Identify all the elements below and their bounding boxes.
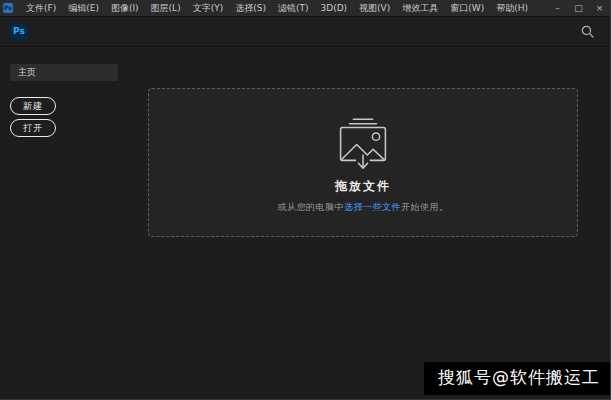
- drop-files-zone[interactable]: 拖放文件 或从您的电脑中选择一些文件开始使用。: [148, 88, 578, 237]
- watermark-text: 搜狐号@软件搬运工: [424, 362, 610, 395]
- menu-filter[interactable]: 滤镜(T): [272, 0, 315, 16]
- menu-select[interactable]: 选择(S): [229, 0, 272, 16]
- new-file-button[interactable]: 新建: [10, 97, 56, 115]
- menu-plugins[interactable]: 增效工具: [396, 0, 444, 16]
- menu-layer[interactable]: 图层(L): [145, 0, 187, 16]
- select-files-link[interactable]: 选择一些文件: [344, 202, 401, 212]
- dropzone-title: 拖放文件: [335, 178, 391, 195]
- search-button[interactable]: [581, 25, 594, 38]
- dropzone-subtitle: 或从您的电脑中选择一些文件开始使用。: [278, 201, 449, 214]
- photoshop-window: Ps 文件(F) 编辑(E) 图像(I) 图层(L) 文字(Y) 选择(S) 滤…: [0, 0, 611, 400]
- minimize-button[interactable]: –: [547, 0, 568, 16]
- menu-image[interactable]: 图像(I): [105, 0, 145, 16]
- menu-edit[interactable]: 编辑(E): [62, 0, 105, 16]
- maximize-button[interactable]: □: [568, 0, 589, 16]
- menu-file[interactable]: 文件(F): [20, 0, 62, 16]
- menu-type[interactable]: 文字(Y): [187, 0, 230, 16]
- subtitle-prefix: 或从您的电脑中: [278, 202, 345, 212]
- close-button[interactable]: ×: [589, 0, 610, 16]
- window-controls: – □ ×: [547, 0, 610, 16]
- open-file-button[interactable]: 打开: [10, 119, 56, 137]
- subtitle-suffix: 开始使用。: [401, 202, 449, 212]
- app-bar: Ps: [0, 17, 610, 47]
- menu-view[interactable]: 视图(V): [353, 0, 396, 16]
- photoshop-logo: Ps: [10, 24, 28, 40]
- image-stack-download-icon: [334, 115, 392, 171]
- menu-3d[interactable]: 3D(D): [314, 0, 353, 16]
- menu-window[interactable]: 窗口(W): [444, 0, 490, 16]
- home-screen: 主页 新建 打开 拖放文件 或从您的电脑中选择一些文件开始使用。 搜狐号@软件搬…: [0, 47, 610, 400]
- search-icon: [581, 25, 594, 38]
- menu-help[interactable]: 帮助(H): [490, 0, 534, 16]
- sidebar-item-home[interactable]: 主页: [10, 64, 118, 81]
- menu-bar: Ps 文件(F) 编辑(E) 图像(I) 图层(L) 文字(Y) 选择(S) 滤…: [0, 0, 610, 17]
- window-app-icon[interactable]: Ps: [3, 3, 13, 13]
